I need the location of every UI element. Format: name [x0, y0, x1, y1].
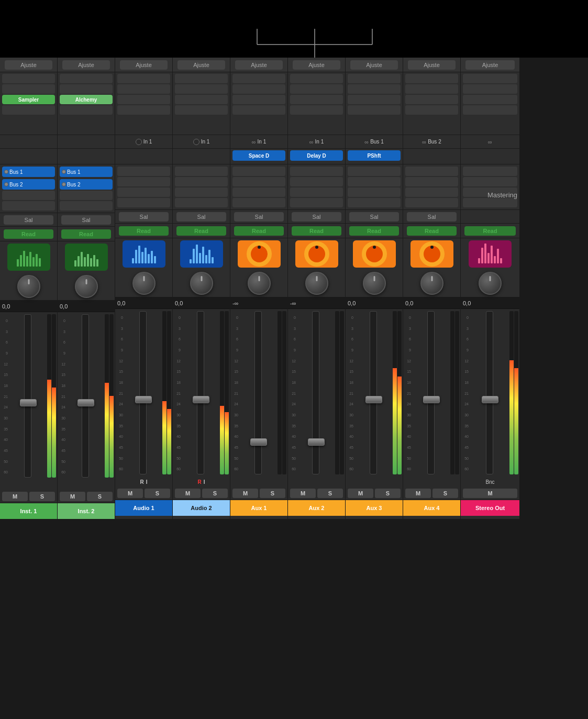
fader-stereo[interactable]: 0 3 6 9 12 15 18 21 24 30 35 40 45 50 60: [461, 309, 519, 477]
vu-aux3-l: [393, 311, 397, 474]
fader-track-aux3[interactable]: [370, 311, 377, 474]
fader-thumb-inst2[interactable]: [77, 399, 94, 406]
effect-spaced-aux1[interactable]: Space D: [232, 150, 285, 161]
fader-thumb-audio1[interactable]: [135, 396, 152, 403]
m-btn-aux3[interactable]: M: [348, 489, 373, 498]
fader-thumb-aux3[interactable]: [365, 396, 382, 403]
fader-body-aux1[interactable]: [239, 311, 278, 474]
fader-track-inst1[interactable]: [24, 314, 31, 478]
m-btn-aux1[interactable]: M: [232, 489, 258, 498]
sal-btn-aux3[interactable]: Sal: [349, 212, 399, 222]
m-btn-stereo[interactable]: M: [463, 489, 517, 498]
ajuste-btn-audio1[interactable]: Ajuste: [120, 60, 168, 70]
m-btn-aux2[interactable]: M: [290, 489, 316, 498]
bus1-send-inst1[interactable]: Bus 1: [2, 167, 55, 177]
ajuste-btn-inst1[interactable]: Ajuste: [5, 60, 52, 70]
fader-track-aux1[interactable]: [254, 311, 262, 474]
m-btn-inst2[interactable]: M: [60, 492, 85, 501]
m-btn-audio2[interactable]: M: [175, 489, 201, 498]
plugin-alchemy[interactable]: Alchemy: [60, 95, 113, 104]
effect-delayd-aux2[interactable]: Delay D: [290, 150, 343, 161]
s-btn-aux4[interactable]: S: [432, 489, 458, 498]
fader-thumb-stereo[interactable]: [482, 396, 498, 403]
ajuste-btn-aux3[interactable]: Ajuste: [350, 60, 398, 70]
fader-body-aux3[interactable]: [354, 311, 393, 474]
sal-btn-aux1[interactable]: Sal: [234, 212, 284, 222]
fader-body-audio2[interactable]: [181, 311, 220, 474]
fader-track-audio1[interactable]: [139, 311, 147, 474]
read-btn-inst1[interactable]: Read: [4, 229, 53, 239]
fader-thumb-aux2[interactable]: [308, 438, 325, 446]
ajuste-btn-aux1[interactable]: Ajuste: [235, 60, 283, 70]
s-btn-aux1[interactable]: S: [260, 489, 285, 498]
pan-knob-aux2[interactable]: [305, 272, 328, 295]
fader-audio1[interactable]: 0 3 6 9 12 15 18 21 24 30 35 40 45 50 60: [115, 309, 172, 477]
sal-btn-audio1[interactable]: Sal: [119, 212, 169, 222]
ajuste-row-stereo: Ajuste: [461, 58, 519, 72]
fader-track-aux4[interactable]: [427, 311, 435, 474]
s-btn-audio1[interactable]: S: [145, 489, 170, 498]
fader-aux1[interactable]: 0 3 6 9 12 15 18 21 24 30 35 40 45 50 60: [230, 309, 287, 477]
fader-inst1[interactable]: 0 3 6 9 12 15 18 21 24 30 35 40 45 50 60: [0, 312, 57, 480]
fader-body-aux2[interactable]: [296, 311, 335, 474]
pan-knob-audio1[interactable]: [132, 272, 156, 295]
fader-track-inst2[interactable]: [82, 314, 89, 478]
m-btn-audio1[interactable]: M: [117, 489, 143, 498]
ajuste-btn-aux2[interactable]: Ajuste: [293, 60, 340, 70]
bus2-send-inst1[interactable]: Bus 2: [2, 179, 55, 190]
fader-audio2[interactable]: 0 3 6 9 12 15 18 21 24 30 35 40 45 50 60: [173, 309, 230, 477]
fader-body-inst2[interactable]: [66, 314, 105, 478]
sal-btn-inst2[interactable]: Sal: [61, 215, 111, 225]
ajuste-btn-audio2[interactable]: Ajuste: [177, 60, 225, 70]
fader-thumb-aux4[interactable]: [423, 396, 440, 403]
s-btn-inst1[interactable]: S: [29, 492, 55, 501]
fader-body-stereo[interactable]: [469, 311, 509, 474]
fader-aux3[interactable]: 0 3 6 9 12 15 18 21 24 30 35 40 45 50 60: [346, 309, 403, 477]
read-btn-aux3[interactable]: Read: [349, 226, 399, 236]
pan-knob-inst2[interactable]: [75, 275, 98, 298]
fader-track-stereo[interactable]: [486, 311, 493, 474]
read-btn-aux4[interactable]: Read: [407, 226, 457, 236]
pan-knob-aux1[interactable]: [248, 272, 271, 295]
fader-body-aux4[interactable]: [412, 311, 450, 474]
read-btn-audio1[interactable]: Read: [119, 226, 169, 236]
s-btn-inst2[interactable]: S: [87, 492, 113, 501]
fader-inst2[interactable]: 0 3 6 9 12 15 18 21 24 30 35 40 45 50 60: [58, 312, 115, 480]
sal-btn-inst1[interactable]: Sal: [4, 215, 53, 225]
read-btn-aux2[interactable]: Read: [292, 226, 341, 236]
ajuste-btn-stereo[interactable]: Ajuste: [465, 60, 515, 70]
ajuste-btn-inst2[interactable]: Ajuste: [62, 60, 110, 70]
pan-knob-aux4[interactable]: [420, 272, 443, 295]
pan-knob-audio2[interactable]: [190, 272, 213, 295]
pan-knob-stereo[interactable]: [479, 272, 502, 295]
read-btn-stereo[interactable]: Read: [464, 226, 515, 236]
ajuste-btn-aux4[interactable]: Ajuste: [408, 60, 456, 70]
fader-aux2[interactable]: 0 3 6 9 12 15 18 21 24 30 35 40 45 50 60: [288, 309, 345, 477]
fader-track-audio2[interactable]: [197, 311, 204, 474]
sal-btn-aux4[interactable]: Sal: [407, 212, 457, 222]
sal-btn-audio2[interactable]: Sal: [176, 212, 226, 222]
read-btn-aux1[interactable]: Read: [234, 226, 284, 236]
fader-aux4[interactable]: 0 3 6 9 12 15 18 21 24 30 35 40 45 50 60: [403, 309, 460, 477]
fader-track-aux2[interactable]: [312, 311, 319, 474]
s-btn-aux2[interactable]: S: [317, 489, 343, 498]
fader-thumb-audio2[interactable]: [193, 396, 209, 403]
m-btn-aux4[interactable]: M: [405, 489, 431, 498]
s-btn-aux3[interactable]: S: [375, 489, 401, 498]
pan-knob-aux3[interactable]: [363, 272, 386, 295]
bus2-send-inst2[interactable]: Bus 2: [60, 179, 113, 190]
read-btn-audio2[interactable]: Read: [176, 226, 226, 236]
fader-thumb-inst1[interactable]: [20, 399, 37, 406]
s-btn-audio2[interactable]: S: [202, 489, 228, 498]
sal-btn-aux2[interactable]: Sal: [292, 212, 341, 222]
m-btn-inst1[interactable]: M: [2, 492, 28, 501]
pan-knob-inst1[interactable]: [17, 275, 40, 298]
read-btn-inst2[interactable]: Read: [61, 229, 111, 239]
wsb6: [494, 256, 496, 263]
fader-thumb-aux1[interactable]: [250, 438, 267, 446]
fader-body-audio1[interactable]: [124, 311, 162, 474]
bus1-send-inst2[interactable]: Bus 1: [60, 167, 113, 177]
effect-pshft-aux3[interactable]: PShft: [348, 150, 401, 161]
plugin-sampler[interactable]: Sampler: [2, 95, 55, 104]
fader-body-inst1[interactable]: [8, 314, 47, 478]
